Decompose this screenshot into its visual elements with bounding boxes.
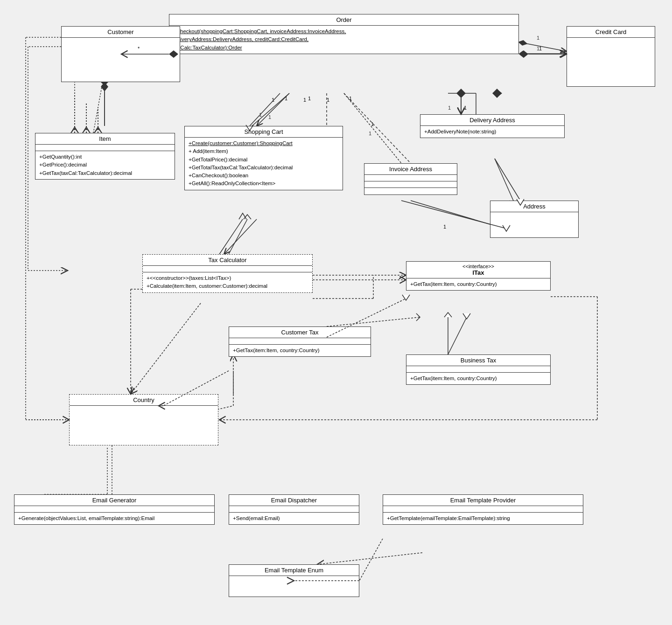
sc-method-6: +GetAll():ReadOnlyCollection<Item> [189, 180, 339, 188]
order-delivery-diamond [456, 89, 466, 98]
deliveryaddress-method: +AddDeliveryNote(note:string) [424, 128, 560, 136]
svg-text:1: 1 [464, 105, 467, 111]
itax-methods: +GetTax(item:Item, country:Country) [406, 278, 550, 290]
svg-text:1: 1 [285, 96, 287, 101]
order-methods: +Checkout(shoppingCart:ShoppingCart, inv… [169, 26, 518, 54]
svg-text:1: 1 [268, 114, 271, 120]
emaildispatcher-methods: +Send(email:Email) [229, 513, 359, 524]
itax-method-1: +GetTax(item:Item, country:Country) [410, 280, 546, 288]
taxcalculator-title: Tax Calculator [143, 255, 312, 266]
svg-text:1: 1 [448, 105, 451, 111]
item-empty [35, 145, 175, 151]
svg-text:1: 1 [308, 96, 311, 101]
svg-text:1: 1 [537, 46, 539, 51]
diagram-container: * 1 1 1 [0, 0, 672, 625]
creditcard-class: Credit Card [567, 26, 655, 87]
svg-line-66 [495, 159, 520, 201]
invoiceaddress-title: Invoice Address [364, 164, 457, 175]
svg-line-62 [344, 93, 401, 163]
customer-bottom-diamond [101, 82, 108, 91]
svg-text:1: 1 [443, 224, 446, 229]
address-class: Address [490, 201, 579, 238]
customer-section [62, 38, 180, 82]
etp-empty [383, 506, 583, 513]
address-section [490, 212, 578, 237]
deliveryaddress-section: +AddDeliveryNote(note:string) [420, 126, 564, 138]
svg-line-72 [219, 219, 243, 254]
svg-line-36 [327, 317, 420, 326]
emailtemplateenum-title: Email Template Enum [229, 565, 359, 576]
svg-text:1: 1 [537, 35, 539, 41]
sc-method-5: +CanCheckout():boolean [189, 172, 339, 180]
svg-text:1: 1 [539, 46, 542, 51]
shoppingcart-title: Shopping Cart [185, 126, 343, 138]
shoppingcart-methods: +Create(customer:Customer):ShoppingCart … [185, 138, 343, 190]
ct-method-1: +GetTax(item:Item, country:Country) [233, 347, 367, 354]
svg-line-61 [250, 93, 280, 126]
shoppingcart-class: Shopping Cart +Create(customer:Customer)… [184, 126, 343, 190]
svg-line-34 [229, 219, 247, 254]
emailgenerator-methods: +Generate(objectValues:List, emailTempla… [14, 513, 214, 524]
invoiceaddress-class: Invoice Address [364, 163, 457, 195]
connections-svg: * 1 1 1 [0, 0, 672, 625]
svg-line-29 [93, 82, 103, 133]
svg-line-19 [252, 93, 289, 126]
taxcalculator-class: Tax Calculator +<<constructor>>(taxes:Li… [142, 254, 313, 293]
customer-title: Customer [62, 27, 180, 38]
taxcalculator-empty [143, 266, 312, 272]
customertax-methods: +GetTax(item:Item, country:Country) [229, 345, 371, 356]
svg-line-49 [317, 553, 422, 564]
etp-methods: +GetTemplate(emailTemplate:EmailTemplate… [383, 513, 583, 524]
country-title: Country [70, 395, 218, 406]
svg-text:1: 1 [327, 97, 329, 103]
emailtemplateprovider-class: Email Template Provider +GetTemplate(ema… [383, 494, 583, 525]
taxcalculator-methods: +<<constructor>>(taxes:List<ITax>) +Calc… [143, 272, 312, 292]
svg-line-8 [257, 93, 289, 126]
svg-text:1: 1 [371, 121, 374, 127]
ed-method-1: +Send(email:Email) [233, 514, 355, 522]
businesstax-title: Business Tax [406, 355, 550, 366]
customertax-empty [229, 338, 371, 345]
bt-method-1: +GetTax(item:Item, country:Country) [410, 375, 546, 382]
invoiceaddress-s1 [364, 175, 457, 181]
address-title: Address [490, 201, 578, 212]
invoiceaddress-s2 [364, 181, 457, 188]
svg-text:1: 1 [303, 97, 306, 103]
svg-line-75 [448, 317, 467, 354]
svg-text:1: 1 [369, 131, 371, 136]
connections-svg-3: * 1 1 1 1 1 1 1 [0, 0, 672, 625]
item-method-2: +GetPrice():decimal [39, 161, 171, 169]
emailgenerator-title: Email Generator [14, 495, 214, 506]
svg-line-12 [224, 219, 257, 254]
item-method-1: +GetQuantity():int [39, 153, 171, 161]
diamond-2 [495, 90, 502, 96]
diamond-delivery [457, 90, 465, 96]
svg-text:1: 1 [259, 112, 262, 118]
svg-line-44 [495, 159, 513, 201]
deliveryaddress-title: Delivery Address [420, 115, 564, 126]
country-section [70, 406, 218, 445]
emailtemplateprovider-title: Email Template Provider [383, 495, 583, 506]
etp-method-1: +GetTemplate(emailTemplate:EmailTemplate… [387, 514, 579, 522]
customertax-title: Customer Tax [229, 327, 371, 338]
emailtemplateenum-class: Email Template Enum [229, 564, 359, 597]
sc-method-2: + Add(item:Item) [189, 147, 339, 155]
creditcard-title: Credit Card [567, 27, 655, 38]
connections-svg-2: * 1 1 1 1 [0, 0, 672, 625]
order-cc-diamond [519, 50, 528, 58]
ete-section [229, 576, 359, 597]
emaildispatcher-empty [229, 506, 359, 513]
businesstax-class: Business Tax +GetTax(item:Item, country:… [406, 354, 551, 385]
deliveryaddress-class: Delivery Address +AddDeliveryNote(note:s… [420, 114, 565, 138]
sc-method-4: +GetTotalTax(taxCal:TaxCalculator):decim… [189, 164, 339, 172]
sc-method-1: +Create(customer:Customer):ShoppingCart [189, 139, 339, 147]
tc-method-1: +<<constructor>>(taxes:List<ITax>) [147, 274, 308, 282]
itax-stereotype: <<interface>> [406, 262, 550, 269]
sc-method-3: +GetTotalPrice():decimal [189, 156, 339, 164]
item-methods: +GetQuantity():int +GetPrice():decimal +… [35, 151, 175, 179]
item-method-3: +GetTax(taxCal:TaxCalculator):decimal [39, 169, 171, 177]
eg-method-1: +Generate(objectValues:List, emailTempla… [18, 514, 210, 522]
emailgenerator-empty [14, 506, 214, 513]
customer-class: Customer [61, 26, 180, 82]
emaildispatcher-class: Email Dispatcher +Send(email:Email) [229, 494, 359, 525]
